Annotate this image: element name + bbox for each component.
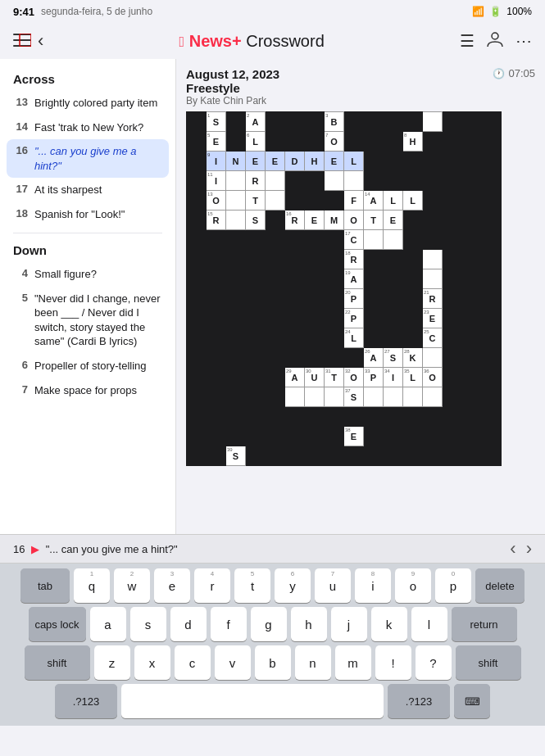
grid-cell-1-11[interactable]: 8H bbox=[403, 132, 423, 152]
key-i[interactable]: 8i bbox=[355, 568, 391, 603]
key-c[interactable]: c bbox=[175, 645, 211, 680]
grid-cell-14-9[interactable] bbox=[364, 387, 384, 407]
clue-across-14[interactable]: 14 Fast 'trak to New York? bbox=[0, 115, 175, 140]
clue-down-4[interactable]: 4 Small figure? bbox=[0, 262, 175, 287]
keyboard-toggle-key[interactable]: ⌨ bbox=[454, 684, 490, 718]
grid-cell-2-2[interactable]: N bbox=[226, 152, 246, 171]
key-t[interactable]: 5t bbox=[234, 568, 270, 603]
key-y[interactable]: 6y bbox=[275, 568, 311, 603]
grid-cell-5-5[interactable]: 16R bbox=[285, 211, 305, 230]
grid-cell-13-7[interactable]: 31T bbox=[325, 368, 344, 387]
hint-next-button[interactable]: › bbox=[526, 538, 532, 559]
grid-cell-2-4[interactable]: E bbox=[266, 152, 285, 171]
space-key[interactable] bbox=[121, 684, 384, 718]
key-s[interactable]: s bbox=[130, 607, 166, 641]
key-l[interactable]: l bbox=[411, 607, 447, 641]
more-icon[interactable]: ⋯ bbox=[515, 31, 532, 51]
key-o[interactable]: 9o bbox=[395, 568, 431, 603]
key-question[interactable]: ? bbox=[416, 645, 452, 680]
return-key[interactable]: return bbox=[452, 607, 517, 641]
key-n[interactable]: n bbox=[295, 645, 331, 680]
symbols-right-key[interactable]: .?123 bbox=[388, 684, 450, 718]
grid-cell-4-1[interactable]: 13O bbox=[207, 191, 226, 211]
grid-cell-3-3[interactable]: R bbox=[246, 171, 266, 191]
grid-cell-6-9[interactable] bbox=[364, 230, 384, 250]
grid-cell-14-8[interactable]: 37S bbox=[344, 387, 364, 407]
grid-cell-13-5[interactable]: 29A bbox=[285, 368, 305, 387]
grid-cell-5-8[interactable]: O bbox=[344, 211, 364, 230]
grid-cell-7-12[interactable] bbox=[423, 250, 443, 269]
capslock-key[interactable]: caps lock bbox=[29, 607, 86, 641]
grid-cell-12-12[interactable] bbox=[423, 348, 443, 368]
grid-cell-2-6[interactable]: H bbox=[305, 152, 325, 171]
key-d[interactable]: d bbox=[170, 607, 207, 641]
grid-cell-1-3[interactable]: 6L bbox=[246, 132, 266, 152]
grid-cell-3-8[interactable] bbox=[344, 171, 364, 191]
grid-cell-1-1[interactable]: 5E bbox=[207, 132, 226, 152]
grid-cell-4-11[interactable]: L bbox=[403, 191, 423, 211]
key-w[interactable]: 2w bbox=[114, 568, 150, 603]
grid-cell-8-8[interactable]: 19A bbox=[344, 269, 364, 289]
key-m[interactable]: m bbox=[335, 645, 371, 680]
grid-cell-6-10[interactable] bbox=[384, 230, 403, 250]
key-f[interactable]: f bbox=[211, 607, 247, 641]
grid-cell-2-5[interactable]: D bbox=[285, 152, 305, 171]
grid-cell-16-8[interactable]: 38E bbox=[344, 427, 364, 446]
grid-cell-14-6[interactable] bbox=[305, 387, 325, 407]
grid-cell-2-3[interactable]: E bbox=[246, 152, 266, 171]
grid-cell-12-11[interactable]: 28K bbox=[403, 348, 423, 368]
grid-cell-13-8[interactable]: 32O bbox=[344, 368, 364, 387]
grid-cell-11-8[interactable]: 24L bbox=[344, 328, 364, 348]
grid-cell-13-11[interactable]: 35L bbox=[403, 368, 423, 387]
key-j[interactable]: j bbox=[331, 607, 367, 641]
clue-across-16[interactable]: 16 "... can you give me a hint?" bbox=[7, 139, 169, 178]
key-a[interactable]: a bbox=[90, 607, 126, 641]
shift-left-key[interactable]: shift bbox=[25, 645, 90, 680]
sidebar-toggle-button[interactable] bbox=[13, 32, 31, 51]
key-r[interactable]: 4r bbox=[194, 568, 230, 603]
grid-cell-14-12[interactable] bbox=[423, 387, 443, 407]
grid-cell-8-12[interactable] bbox=[423, 269, 443, 289]
grid-cell-10-12[interactable]: 23E bbox=[423, 309, 443, 328]
grid-cell-6-8[interactable]: 17C bbox=[344, 230, 364, 250]
grid-cell-9-8[interactable]: 20P bbox=[344, 289, 364, 309]
shift-right-key[interactable]: shift bbox=[456, 645, 521, 680]
grid-cell-4-9[interactable]: 14A bbox=[364, 191, 384, 211]
grid-cell-3-4[interactable] bbox=[266, 171, 285, 191]
clue-down-5[interactable]: 5 "Never did I change, never been ___ / … bbox=[0, 287, 175, 354]
grid-cell-5-6[interactable]: E bbox=[305, 211, 325, 230]
grid-cell-2-7[interactable]: E bbox=[325, 152, 344, 171]
grid-cell-5-9[interactable]: T bbox=[364, 211, 384, 230]
grid-cell-3-7[interactable] bbox=[325, 171, 344, 191]
grid-cell-0-3[interactable]: 2A bbox=[246, 112, 266, 132]
grid-cell-5-10[interactable]: E bbox=[384, 211, 403, 230]
clue-across-13[interactable]: 13 Brightly colored party item bbox=[0, 91, 175, 115]
grid-cell-4-8[interactable]: F bbox=[344, 191, 364, 211]
crossword-grid[interactable]: 1S2A3B5E6L7O8H9INEEDHEL11IR13OTF14ALL15R… bbox=[186, 111, 502, 466]
grid-cell-4-3[interactable]: T bbox=[246, 191, 266, 211]
clue-down-6[interactable]: 6 Propeller of story-telling bbox=[0, 354, 175, 378]
key-k[interactable]: k bbox=[371, 607, 407, 641]
clue-down-7[interactable]: 7 Make space for props bbox=[0, 378, 175, 403]
grid-cell-14-5[interactable] bbox=[285, 387, 305, 407]
grid-cell-12-9[interactable]: 26A bbox=[364, 348, 384, 368]
grid-cell-9-12[interactable]: 21R bbox=[423, 289, 443, 309]
key-e[interactable]: 3e bbox=[154, 568, 190, 603]
hint-prev-button[interactable]: ‹ bbox=[510, 538, 515, 559]
key-g[interactable]: g bbox=[251, 607, 287, 641]
key-b[interactable]: b bbox=[255, 645, 291, 680]
grid-cell-11-12[interactable]: 25C bbox=[423, 328, 443, 348]
grid-cell-3-2[interactable] bbox=[226, 171, 246, 191]
grid-container[interactable]: 1S2A3B5E6L7O8H9INEEDHEL11IR13OTF14ALL15R… bbox=[186, 111, 535, 466]
grid-cell-14-11[interactable] bbox=[403, 387, 423, 407]
grid-cell-5-7[interactable]: M bbox=[325, 211, 344, 230]
person-icon[interactable] bbox=[486, 30, 504, 52]
grid-cell-14-7[interactable] bbox=[325, 387, 344, 407]
key-z[interactable]: z bbox=[94, 645, 130, 680]
grid-cell-4-2[interactable] bbox=[226, 191, 246, 211]
grid-cell-13-12[interactable]: 36O bbox=[423, 368, 443, 387]
grid-cell-5-2[interactable] bbox=[226, 211, 246, 230]
grid-cell-17-2[interactable]: 39S bbox=[226, 446, 246, 466]
grid-cell-14-10[interactable] bbox=[384, 387, 403, 407]
key-p[interactable]: 0p bbox=[435, 568, 471, 603]
